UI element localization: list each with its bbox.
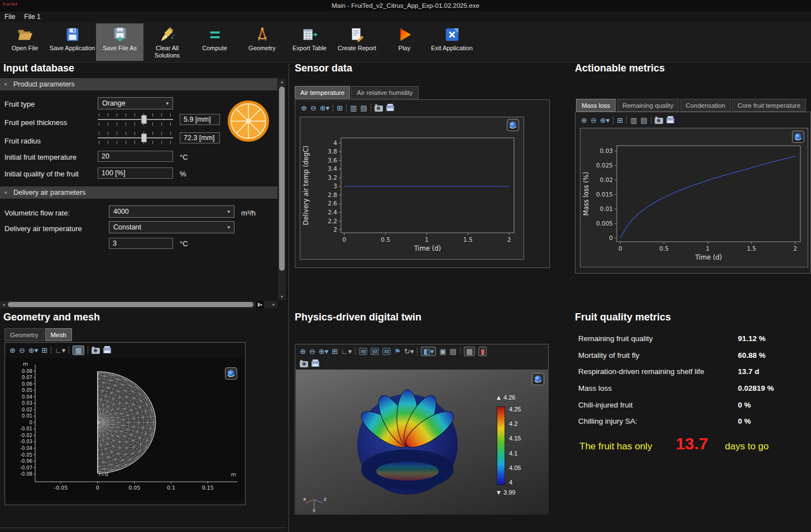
x-axis-data-icon[interactable]: ▤	[360, 104, 367, 112]
mass-loss-chart[interactable]: 00.0050.010.0150.020.0250.0300.511.52Tim…	[581, 129, 807, 266]
column-divider[interactable]	[289, 64, 289, 532]
zoom-out-icon[interactable]: ⊖	[310, 104, 316, 112]
geometry-button[interactable]: Geometry	[238, 23, 286, 61]
save-file-as-button[interactable]: Save File As	[96, 23, 143, 61]
fruit-radius-input[interactable]: 72.3 [mm]	[180, 132, 220, 143]
comsol-logo-button[interactable]	[507, 119, 519, 131]
play-button[interactable]: Play	[381, 23, 428, 61]
y-axis-data-icon[interactable]: ▥	[350, 104, 357, 112]
axis-view-icon[interactable]: ∟▾	[55, 347, 65, 354]
view-xy-icon[interactable]: xy	[359, 348, 367, 355]
sensor-tab-air-temperature[interactable]: Air temperature	[295, 86, 350, 99]
print-icon[interactable]	[386, 104, 394, 112]
camera-icon[interactable]	[92, 346, 100, 353]
bottom-splitter[interactable]	[0, 528, 286, 528]
comsol-logo-button[interactable]	[532, 373, 544, 385]
clear-all-solutions-button[interactable]: Clear All Solutions	[143, 23, 191, 61]
metrics-tab-mass-loss[interactable]: Mass loss	[576, 99, 616, 112]
actionable-metrics-tabs: Mass lossRemaining qualityCondensationCo…	[576, 99, 806, 112]
delivery-temperature-value-input[interactable]: 3	[109, 238, 173, 249]
colorbar-tick-label: 4.2	[509, 420, 517, 427]
air-temperature-chart[interactable]: 22.22.42.62.833.23.43.63.8400.511.52Time…	[301, 118, 523, 258]
initial-temperature-input[interactable]: 20	[98, 151, 173, 162]
fruit-3d-model[interactable]	[324, 378, 491, 507]
product-parameters-header[interactable]: ▾ Product parameters	[0, 78, 277, 90]
scroll-up-icon[interactable]: ▴	[278, 78, 286, 85]
compute-button[interactable]: Compute	[191, 23, 238, 61]
zoom-in-icon[interactable]: ⊕	[581, 117, 587, 124]
zoom-out-icon[interactable]: ⊖	[591, 117, 597, 124]
view-xz-icon[interactable]: xz	[382, 348, 391, 355]
delivery-temperature-select[interactable]: Constant ▾	[109, 221, 234, 233]
fruit-radius-slider[interactable]	[98, 131, 173, 145]
scroll-down-icon[interactable]: ▾	[278, 293, 286, 300]
camera-icon[interactable]	[300, 360, 308, 367]
zoom-out-icon[interactable]: ⊖	[309, 348, 315, 355]
camera-icon[interactable]	[655, 116, 663, 123]
zoom-in-icon[interactable]: ⊕	[301, 104, 307, 112]
create-report-button[interactable]: Create Report	[333, 23, 381, 61]
print-icon[interactable]	[311, 360, 319, 367]
slider-handle[interactable]	[141, 133, 147, 142]
camera-icon[interactable]	[375, 104, 383, 111]
zoom-in-icon[interactable]: ⊕	[300, 348, 306, 355]
environment-icon[interactable]: ▤	[450, 348, 457, 355]
zoom-box-icon[interactable]: ⊕▾	[319, 348, 328, 355]
peel-thickness-slider[interactable]	[98, 112, 173, 127]
rotate-icon[interactable]: ↻▾	[404, 348, 414, 355]
print-icon[interactable]	[103, 347, 111, 354]
export-table-button[interactable]: Export Table	[286, 23, 333, 61]
peel-thickness-input[interactable]: 5.9 [mm]	[180, 114, 220, 125]
view-select-icon[interactable]: ◧▾	[421, 347, 436, 356]
x-axis-data-icon[interactable]: ▤	[640, 117, 647, 124]
geometry-tab-geometry[interactable]: Geometry	[4, 328, 44, 341]
table-annotation-icon[interactable]: ▦	[464, 347, 475, 356]
menu-item-file-1[interactable]: File 1	[24, 13, 40, 21]
axis-view-icon[interactable]: ∟▾	[341, 348, 352, 355]
zoom-box-icon[interactable]: ⊕▾	[320, 104, 329, 112]
scroll-right-icon[interactable]: ▸	[270, 301, 277, 308]
mesh-view[interactable]: 0.080.070.060.050.040.030.020.010-0.01-0…	[5, 358, 245, 501]
print-icon[interactable]	[666, 117, 674, 124]
initial-quality-input[interactable]: 100 [%]	[98, 167, 173, 179]
zoom-extents-icon[interactable]: ⊞	[332, 348, 338, 355]
zoom-box-icon[interactable]: ⊕▾	[600, 117, 610, 124]
transparency-icon[interactable]: ▮	[478, 347, 487, 356]
zoom-extents-icon[interactable]: ⊞	[617, 117, 623, 124]
scrollbar-thumb[interactable]	[8, 302, 253, 307]
slider-handle[interactable]	[141, 115, 147, 124]
vertical-scrollbar[interactable]: ▴ ▾	[278, 78, 286, 300]
digital-twin-scene[interactable]: ▲ 4.26 4.254.24.154.14.054 ▼ 3.99 x z y	[296, 370, 549, 515]
main-toolbar: Open FileSave ApplicationSave File AsCle…	[0, 22, 811, 63]
metrics-tab-core-fruit-temperature[interactable]: Core fruit temperature	[732, 99, 807, 112]
scrollbar-thumb[interactable]	[279, 87, 285, 271]
scene-light-icon[interactable]: ▣	[439, 348, 446, 355]
metrics-tab-condensation[interactable]: Condensation	[680, 99, 731, 112]
delivery-air-parameters-header[interactable]: ▾ Delivery air parameters	[0, 186, 277, 199]
metrics-tab-remaining-quality[interactable]: Remaining quality	[617, 99, 679, 112]
view-yz-icon[interactable]: yz	[371, 348, 379, 355]
zoom-extents-icon[interactable]: ⊞	[337, 104, 343, 112]
initial-temperature-label: Initial fruit temperature	[4, 153, 76, 161]
exit-application-button[interactable]: Exit Application	[428, 23, 476, 61]
panel-splitter-grip[interactable]: ▮▸	[256, 301, 264, 308]
comsol-logo-button[interactable]	[225, 367, 237, 380]
reset-view-icon[interactable]: ⚑	[394, 348, 401, 355]
fruit-type-select[interactable]: Orange ▾	[98, 97, 173, 109]
save-application-button[interactable]: Save Application	[49, 23, 96, 61]
svg-text:3.4: 3.4	[328, 165, 337, 172]
horizontal-scrollbar[interactable]: ◂ ▮▸ ▸	[0, 301, 277, 308]
zoom-extents-icon[interactable]: ⊞	[41, 347, 47, 354]
grid-active-icon[interactable]: ▦	[73, 346, 84, 355]
comsol-logo-button[interactable]	[792, 131, 804, 143]
menu-item-file[interactable]: File	[4, 13, 15, 21]
zoom-out-icon[interactable]: ⊖	[19, 347, 25, 354]
scroll-left-icon[interactable]: ◂	[0, 301, 7, 308]
open-file-button[interactable]: Open File	[1, 23, 49, 61]
geometry-tab-mesh[interactable]: Mesh	[45, 328, 72, 341]
zoom-in-icon[interactable]: ⊕	[9, 347, 16, 354]
flow-rate-select[interactable]: 4000 ▾	[109, 205, 234, 218]
zoom-box-icon[interactable]: ⊕▾	[28, 347, 38, 354]
y-axis-data-icon[interactable]: ▥	[630, 117, 637, 124]
sensor-tab-air-relative-humidity[interactable]: Air relative humidity	[351, 86, 418, 99]
